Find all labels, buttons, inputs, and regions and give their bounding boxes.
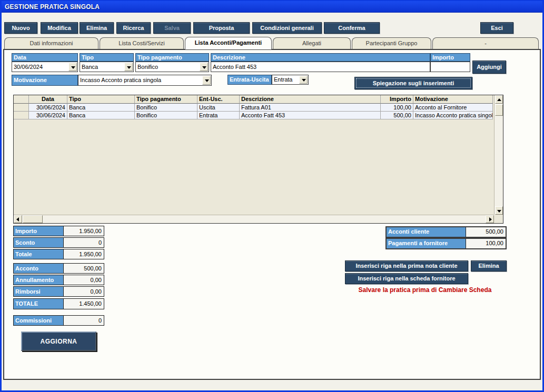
conferma-button[interactable]: Conferma [324,22,380,34]
inserisci-prima-nota-cliente-button[interactable]: Inserisci riga nella prima nota cliente [345,260,468,272]
grid-row-2[interactable]: 30/06/2024 Banca Bonifico Entrata Accont… [14,112,494,119]
importo-label: Importo [430,53,470,62]
arrow-up-icon [497,98,501,101]
elimina-riga-button[interactable]: Elimina [471,260,507,272]
field-acconti-cliente: Acconti cliente 500,00 [385,226,507,238]
chevron-down-icon [202,66,206,69]
esci-button[interactable]: Esci [480,22,513,34]
descrizione-input[interactable]: Acconto Fatt 453 [211,62,430,72]
row-selector[interactable] [14,112,29,119]
salva-button: Salva [153,22,191,34]
scroll-up-button[interactable] [495,95,503,104]
tab-altro[interactable]: - [432,37,539,49]
condizioni-generali-button[interactable]: Condizioni generali [252,22,322,34]
grid-header-importo[interactable]: Importo [381,95,413,104]
ricerca-button[interactable]: Ricerca [116,22,151,34]
grid-header-data[interactable]: Data [29,95,67,104]
grid-header-motivazione[interactable]: Motivazione [413,95,493,104]
field-totale-finale: TOTALE 1.450,00 [13,298,104,309]
descrizione-label: Descrizione [211,53,430,62]
tipo-label: Tipo [80,53,134,62]
arrow-down-icon [497,210,501,213]
arrow-left-icon [16,217,19,222]
importo-input[interactable] [430,62,470,72]
scroll-down-button[interactable] [495,206,503,215]
aggiorna-button[interactable]: AGGIORNA [21,331,96,351]
field-importo: Importo 1.950,00 [13,226,104,236]
save-warning-text: Salvare la pratica prima di Cambiare Sch… [344,286,506,294]
field-pagamenti-fornitore: Pagamenti a fornitore 100,00 [385,238,507,249]
nuovo-button[interactable]: Nuovo [4,22,37,34]
window-titlebar[interactable]: GESTIONE PRATICA SINGOLA [2,1,542,13]
tipo-pagamento-combobox[interactable]: Bonifico [135,62,209,72]
chevron-down-icon [205,79,209,82]
proposta-button[interactable]: Proposta [193,22,250,34]
grid-header-row: Data Tipo Tipo pagamento Ent-Usc. Descri… [14,95,494,104]
grid-header-selector [14,95,29,104]
field-commissioni: Commissioni 0 [13,315,104,326]
spiegazione-button[interactable]: Spiegazione sugli inserimenti [354,77,472,89]
tab-partecipanti-gruppo[interactable]: Partecipanti Gruppo [352,37,431,49]
grid-vertical-scrollbar[interactable] [494,95,503,215]
field-totale: Totale 1.950,00 [13,249,104,259]
grid-header-tipo-pagamento[interactable]: Tipo pagamento [135,95,197,104]
chevron-down-icon [127,66,131,69]
chevron-down-icon [302,79,306,82]
arrow-right-icon [489,217,492,222]
field-sconto: Sconto 0 [13,237,104,248]
motivazione-label: Motivazione [12,75,78,86]
row-selector[interactable] [14,104,29,112]
modifica-button[interactable]: Modifica [41,22,78,34]
chevron-down-icon [71,66,75,69]
grid-header-tipo[interactable]: Tipo [67,95,135,104]
motivazione-dropdown-button[interactable] [202,76,211,85]
entrata-uscita-label: Entrata-Uscita [228,75,272,85]
tab-allegati[interactable]: Allegati [273,37,351,49]
tab-lista-costi-servizi[interactable]: Lista Costi/Servizi [100,37,184,49]
scroll-left-button[interactable] [14,215,22,223]
data-dropdown-button[interactable] [68,63,77,71]
vertical-scroll-thumb[interactable] [495,104,503,116]
tipo-dropdown-button[interactable] [124,63,133,71]
field-rimborsi: Rimborsi 0,00 [13,286,104,297]
data-combobox[interactable]: 30/06/2024 [12,62,78,72]
window-title: GESTIONE PRATICA SINGOLA [5,3,100,11]
tipo-pagamento-label: Tipo pagamento [135,53,209,62]
inserisci-scheda-fornitore-button[interactable]: Inserisci riga nella scheda fornitore [345,273,468,284]
motivazione-combobox[interactable]: Incasso Acconto pratica singola [78,75,212,86]
app-window: GESTIONE PRATICA SINGOLA Nuovo Modifica … [0,0,544,392]
field-annullamento: Annullamento 0,00 [13,275,104,285]
tab-lista-acconti-pagamenti[interactable]: Lista Acconti/Pagamenti [185,37,272,49]
tipo-combobox[interactable]: Banca [80,62,134,72]
grid-horizontal-scrollbar[interactable] [14,215,494,223]
elimina-button[interactable]: Elimina [80,22,114,34]
tab-dati-informazioni[interactable]: Dati informazioni [4,37,98,49]
pagamenti-grid: Data Tipo Tipo pagamento Ent-Usc. Descri… [13,95,503,224]
entrata-uscita-dropdown-button[interactable] [299,76,308,84]
grid-row-1[interactable]: 30/06/2024 Banca Bonifico Uscita Fattura… [14,104,494,112]
grid-header-descrizione[interactable]: Descrizione [240,95,381,104]
aggiungi-button[interactable]: Aggiungi [472,61,506,74]
scroll-right-button[interactable] [486,215,494,223]
horizontal-scroll-thumb[interactable] [23,215,43,223]
field-acconto: Acconto 500,00 [13,263,104,274]
tipo-pagamento-dropdown-button[interactable] [200,63,208,71]
entrata-uscita-combobox[interactable]: Entrata [272,75,309,85]
data-label: Data [12,53,78,62]
grid-header-ent-usc[interactable]: Ent-Usc. [197,95,240,104]
